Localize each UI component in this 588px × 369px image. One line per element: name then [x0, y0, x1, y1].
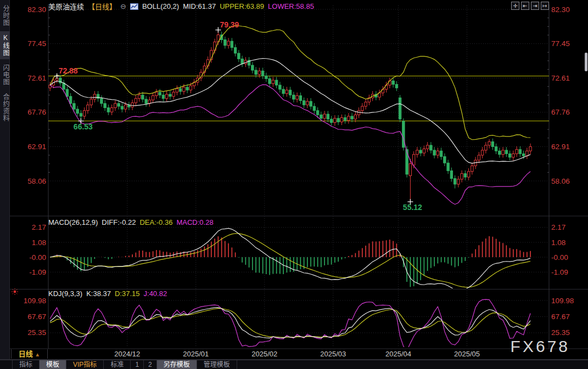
svg-text:67.76: 67.76 — [551, 108, 570, 116]
price-pane-header: 美原油连续 【日线】 ⊖ BOLL(20,2) MID:61.37 UPPER:… — [48, 2, 314, 10]
svg-text:55.12: 55.12 — [403, 203, 422, 212]
period-selector[interactable]: 日线 ▲ — [11, 349, 48, 359]
toolbar-tab-indicators[interactable]: 指标 — [12, 360, 40, 369]
kdj-d-value: D:37.15 — [115, 289, 140, 298]
trading-terminal-window: 72.8879.3966.5355.1282.3082.3077.4577.45… — [0, 0, 588, 369]
svg-text:109.98: 109.98 — [24, 297, 46, 305]
toolbar-tab-vip-indicators[interactable]: VIP指标 — [66, 360, 104, 369]
date-label: 2025/05 — [454, 350, 480, 358]
svg-text:67.67: 67.67 — [551, 313, 570, 321]
svg-text:72.61: 72.61 — [27, 74, 46, 82]
date-label: 2025/03 — [320, 350, 346, 358]
symbol-title: 美原油连续 — [48, 1, 84, 12]
macd-label: MACD(26,12,9) — [48, 218, 98, 226]
date-label: 2025/04 — [385, 350, 411, 358]
kdj-label: KDJ(9,3,3) — [48, 289, 82, 298]
svg-text:82.30: 82.30 — [27, 5, 46, 14]
svg-text:67.76: 67.76 — [27, 108, 46, 116]
sidebar-item-kline[interactable]: K线图 — [0, 31, 10, 59]
macd-dea-value: DEA:-0.36 — [139, 218, 172, 226]
toolbar-tab-save-template[interactable]: 另存模板 — [157, 360, 197, 369]
zoom-in-horizontal-icon[interactable]: ⇤ — [521, 2, 529, 10]
toolbar-tab-slot-1[interactable]: 1 — [131, 360, 144, 369]
kdj-pane-header: KDJ(9,3,3) K:38.37 D:37.15 J:40.82 — [48, 289, 167, 298]
boll-label: BOLL(20,2) — [142, 2, 179, 10]
svg-text:82.30: 82.30 — [551, 5, 570, 14]
svg-text:1.08: 1.08 — [32, 239, 46, 247]
svg-text:-1.09: -1.09 — [551, 268, 568, 276]
period-label: 日线 — [19, 350, 33, 358]
zoom-out-horizontal-icon[interactable]: ⇥ — [531, 2, 539, 10]
kdj-j-value: J:40.82 — [144, 289, 167, 298]
chart-canvas[interactable]: 72.8879.3966.5355.1282.3082.3077.4577.45… — [0, 0, 588, 369]
svg-text:77.45: 77.45 — [551, 39, 570, 48]
svg-text:79.39: 79.39 — [220, 20, 239, 29]
boll-upper-value: UPPER:63.89 — [220, 2, 264, 10]
svg-text:66.53: 66.53 — [74, 122, 93, 131]
macd-diff-value: DIFF:-0.22 — [102, 218, 136, 226]
svg-text:-0.00: -0.00 — [29, 253, 46, 262]
shift-right-icon[interactable]: ↦ — [541, 2, 549, 10]
crosshair-tool-icon[interactable]: ✛ — [511, 2, 519, 10]
svg-text:2.17: 2.17 — [32, 223, 46, 231]
svg-text:2.17: 2.17 — [551, 223, 565, 231]
sidebar-item-lightning[interactable]: 闪电图 — [0, 61, 10, 88]
date-label: 2025/02 — [251, 350, 277, 358]
indicator-chart-icon[interactable] — [130, 3, 138, 10]
collapse-icon[interactable]: ⊖ — [120, 2, 126, 10]
svg-text:62.91: 62.91 — [27, 143, 46, 151]
svg-text:25.35: 25.35 — [27, 328, 46, 337]
svg-text:58.06: 58.06 — [27, 177, 46, 185]
macd-pane-header: MACD(26,12,9) DIFF:-0.22 DEA:-0.36 MACD:… — [48, 218, 214, 226]
boll-lower-value: LOWER:58.85 — [268, 2, 314, 10]
toolbar-tab-slot-2[interactable]: 2 — [144, 360, 157, 369]
svg-text:109.98: 109.98 — [551, 297, 574, 305]
svg-text:25.35: 25.35 — [551, 328, 570, 337]
boll-mid-value: MID:61.37 — [183, 2, 216, 10]
svg-text:72.88: 72.88 — [59, 66, 78, 75]
period-arrow-icon: ▲ — [35, 351, 40, 357]
macd-macd-value: MACD:0.28 — [176, 218, 213, 226]
alert-dot-icon[interactable] — [12, 287, 18, 294]
svg-text:1.08: 1.08 — [551, 239, 565, 247]
toolbar-tab-templates[interactable]: 模板 — [40, 360, 66, 369]
svg-text:62.91: 62.91 — [551, 143, 570, 151]
scrollbar-thumb[interactable] — [585, 53, 587, 71]
bottom-toolbar: 指标模板VIP指标标准12另存模板管理模板 — [0, 360, 588, 369]
svg-text:-1.09: -1.09 — [29, 268, 46, 276]
svg-text:72.61: 72.61 — [551, 74, 570, 82]
toolbar-tab-manage-template[interactable]: 管理模板 — [197, 360, 237, 369]
svg-text:-0.00: -0.00 — [551, 253, 568, 262]
chart-tool-icons: ✛ ⇤ ⇥ ↦ — [511, 2, 549, 10]
svg-text:67.67: 67.67 — [27, 313, 46, 321]
kdj-k-value: K:38.37 — [86, 289, 111, 298]
svg-text:77.45: 77.45 — [27, 39, 46, 48]
sidebar-item-contract-info[interactable]: 合约资料 — [0, 90, 10, 124]
period-tag: 【日线】 — [88, 1, 116, 12]
watermark: FX678 — [511, 337, 570, 356]
svg-text:58.06: 58.06 — [551, 177, 570, 185]
date-label: 2024/12 — [114, 350, 140, 358]
toolbar-tab-standard[interactable]: 标准 — [104, 360, 131, 369]
chart-type-sidebar: 分时图K线图闪电图合约资料 — [0, 0, 10, 359]
sidebar-item-timeshare[interactable]: 分时图 — [0, 2, 10, 29]
date-label: 2025/01 — [183, 350, 209, 358]
